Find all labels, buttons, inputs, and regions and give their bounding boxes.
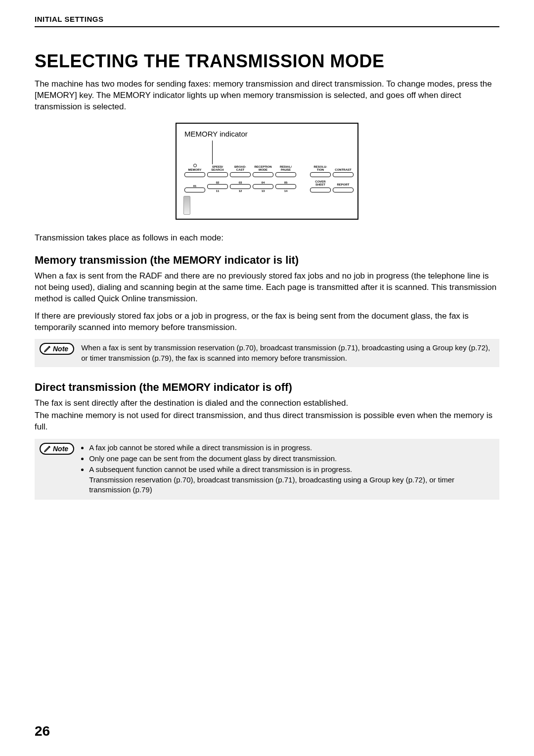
control-panel-frame: MEMORY indicator MEMORY SPEED/ SEARCH B <box>176 123 358 220</box>
page-number: 26 <box>35 723 50 739</box>
page: INITIAL SETTINGS SELECTING THE TRANSMISS… <box>0 0 534 756</box>
memory-heading: Memory transmission (the MEMORY indicato… <box>35 254 499 267</box>
panel-row-1-right: RESOLU- TION CONTRAST <box>310 165 354 178</box>
memory-led-icon <box>193 164 197 167</box>
btn-02: 02 11 <box>207 181 228 192</box>
panel-row-2: 01 02 11 03 12 04 <box>184 181 296 192</box>
direct-bullet-3: A subsequent function cannot be used whi… <box>89 465 494 495</box>
direct-heading: Direct transmission (the MEMORY indicato… <box>35 381 499 394</box>
btn-03: 03 12 <box>230 181 251 192</box>
direct-bullet-3-sub: Transmission reservation (p.70), broadca… <box>89 475 494 495</box>
btn-reception-mode: RECEPTION MODE <box>253 165 273 178</box>
btn-04: 04 13 <box>253 181 273 192</box>
panel-edge-icon <box>183 196 190 215</box>
direct-bullet-1: A fax job cannot be stored while a direc… <box>89 443 494 453</box>
pencil-icon <box>44 445 51 453</box>
direct-note: Note A fax job cannot be stored while a … <box>35 439 499 500</box>
note-label: Note <box>53 345 68 353</box>
btn-05: 05 14 <box>275 181 296 192</box>
btn-broadcast: BROAD- CAST <box>230 165 251 178</box>
memory-note: Note When a fax is sent by transmission … <box>35 339 499 367</box>
control-panel-diagram: MEMORY indicator MEMORY SPEED/ SEARCH B <box>35 123 499 220</box>
note-label: Note <box>53 445 68 453</box>
diagram-caption: MEMORY indicator <box>184 130 350 138</box>
followup-paragraph: Transmission takes place as follows in e… <box>35 233 499 244</box>
panel-row-1: MEMORY SPEED/ SEARCH BROAD- CAST RECEPTI… <box>184 164 296 177</box>
btn-speed-search: SPEED/ SEARCH <box>207 165 228 178</box>
btn-resolution: RESOLU- TION <box>310 165 331 178</box>
note-pill: Note <box>40 443 74 455</box>
direct-p1: The fax is sent directly after the desti… <box>35 398 499 409</box>
btn-memory: MEMORY <box>184 164 205 177</box>
indicator-leader-line <box>212 141 213 164</box>
memory-p2: If there are previously stored fax jobs … <box>35 311 499 333</box>
btn-01: 01 <box>184 185 205 192</box>
btn-cover-sheet: COVER SHEET <box>310 180 331 192</box>
intro-paragraph: The machine has two modes for sending fa… <box>35 79 499 113</box>
btn-report: REPORT <box>333 183 354 192</box>
running-header: INITIAL SETTINGS <box>35 15 499 27</box>
direct-p2: The machine memory is not used for direc… <box>35 410 499 433</box>
direct-bullet-2: Only one page can be sent from the docum… <box>89 454 494 464</box>
note-pill: Note <box>40 343 74 355</box>
memory-note-text: When a fax is sent by transmission reser… <box>81 343 494 363</box>
direct-note-list: A fax job cannot be stored while a direc… <box>81 443 494 496</box>
memory-p1: When a fax is sent from the RADF and the… <box>35 271 499 305</box>
btn-redial-pause: REDIAL/ PAUSE <box>275 165 296 178</box>
page-title: SELECTING THE TRANSMISSION MODE <box>35 51 499 72</box>
pencil-icon <box>44 345 51 353</box>
btn-contrast: CONTRAST <box>333 168 354 177</box>
panel-row-2-right: COVER SHEET REPORT <box>310 180 354 192</box>
